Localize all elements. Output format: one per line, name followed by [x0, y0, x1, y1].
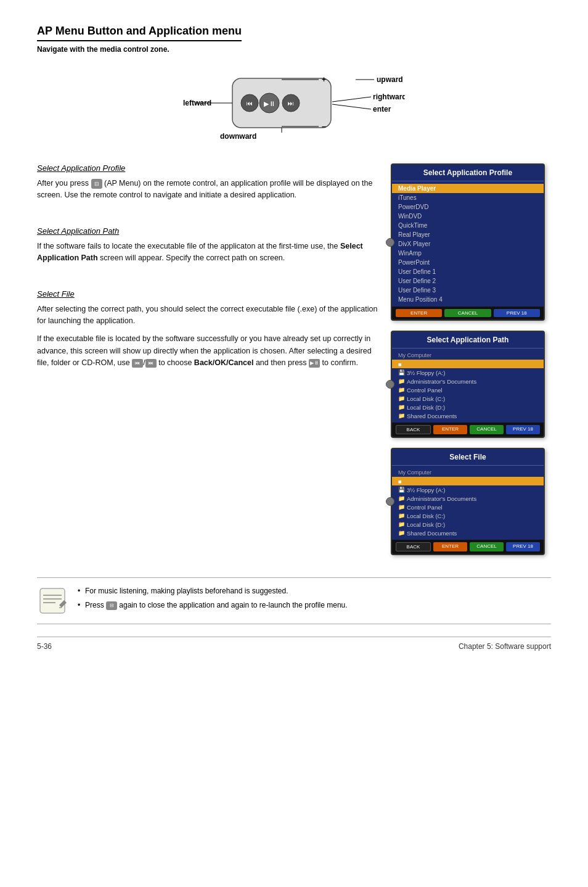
screen-item: QuickTime — [392, 221, 544, 230]
screen-file: Select File My Computer ■ 💾 3½ Floppy (A… — [391, 448, 545, 555]
screen-path-item: 📁 Administrator's Documents — [392, 377, 544, 386]
svg-text:–: – — [322, 122, 326, 131]
section-text-file-2: If the executable file is located by the… — [37, 333, 378, 369]
screen-wrapper-file: Select File My Computer ■ 💾 3½ Floppy (A… — [391, 448, 551, 555]
screen-path: Select Application Path My Computer ■ 💾 … — [391, 331, 545, 438]
screen-wrapper-profile: Select Application Profile Media Player … — [391, 163, 551, 321]
footer-btn-cancel: CANCEL — [444, 309, 491, 317]
note-box: For music listening, making playlists be… — [37, 577, 551, 624]
section-select-path: Select Application Path If the software … — [37, 226, 378, 265]
pencil-icon-svg — [37, 585, 68, 616]
note-item-2: Press ⊟ again to close the application a… — [78, 600, 551, 611]
screen-file-item: 📁 Shared Documents — [392, 529, 544, 537]
note-icon — [37, 585, 68, 616]
content-sections: Select Application Profile After you pre… — [37, 163, 551, 565]
screen-breadcrumb-file: My Computer — [392, 468, 544, 477]
screen-file-footer: BACK ENTER CANCEL PREV 18 — [392, 540, 544, 554]
screen-path-item: 📁 Local Disk (D:) — [392, 403, 544, 411]
footer-chapter-label: Chapter 5: Software support — [459, 642, 551, 651]
screen-path-title: Select Application Path — [392, 332, 544, 349]
section-select-profile: Select Application Profile After you pre… — [37, 163, 378, 202]
page-footer: 5-36 Chapter 5: Software support — [37, 637, 551, 651]
svg-text:▶⏸: ▶⏸ — [264, 100, 276, 107]
screen-file-item: 💾 3½ Floppy (A:) — [392, 485, 544, 494]
screen-path-item: 📁 Local Disk (C:) — [392, 394, 544, 403]
screen-path-item: 📁 Control Panel — [392, 386, 544, 394]
screen-profile-footer: ENTER CANCEL PREV 18 — [392, 307, 544, 320]
screen-item: WinAmp — [392, 249, 544, 258]
footer-btn-back: BACK — [396, 425, 431, 434]
screen-file-title: Select File — [392, 449, 544, 466]
nav-diagram: ⏮ ▶⏸ ⏭ + upward leftward rightward — [37, 66, 551, 146]
note-content: For music listening, making playlists be… — [78, 585, 551, 614]
svg-text:downward: downward — [220, 132, 256, 141]
screen-item: Media Player — [392, 184, 544, 193]
screen-path-item: 📁 Shared Documents — [392, 411, 544, 420]
screen-file-item: ■ — [392, 477, 544, 485]
svg-rect-21 — [40, 588, 65, 613]
section-text-profile: After you press ⊟ (AP Menu) on the remot… — [37, 178, 378, 202]
screen-file-item: 📁 Control Panel — [392, 503, 544, 511]
screen-profile: Select Application Profile Media Player … — [391, 163, 545, 321]
screen-file-item: 📁 Local Disk (D:) — [392, 520, 544, 529]
screen-path-list: My Computer ■ 💾 3½ Floppy (A:) 📁 Adminis… — [392, 349, 544, 423]
screen-path-item: 💾 3½ Floppy (A:) — [392, 368, 544, 377]
footer-btn-prev: PREV 18 — [506, 425, 540, 434]
dot-file — [386, 497, 394, 506]
right-column: Select Application Profile Media Player … — [391, 163, 551, 565]
bold-select-path: Select Application Path — [37, 242, 363, 262]
section-text-file-1: After selecting the correct path, you sh… — [37, 303, 378, 328]
screen-item: Menu Position 4 — [392, 295, 544, 304]
page-title: AP Menu Button and Application menu — [37, 25, 242, 41]
footer-btn-enter: ENTER — [433, 542, 467, 551]
footer-page-number: 5-36 — [37, 642, 52, 651]
screen-file-item: 📁 Administrator's Documents — [392, 494, 544, 503]
footer-btn-enter: ENTER — [396, 309, 442, 317]
bold-back-ok-cancel: Back/OK/Cancel — [194, 358, 254, 367]
svg-text:upward: upward — [377, 75, 403, 84]
dot-profile — [386, 238, 394, 247]
section-select-file: Select File After selecting the correct … — [37, 289, 378, 369]
screen-file-list: My Computer ■ 💾 3½ Floppy (A:) 📁 Adminis… — [392, 466, 544, 540]
section-title-profile: Select Application Profile — [37, 163, 378, 173]
nav-diagram-svg: ⏮ ▶⏸ ⏭ + upward leftward rightward — [183, 66, 405, 146]
section-title-path: Select Application Path — [37, 226, 378, 236]
screen-item: User Define 2 — [392, 276, 544, 286]
screen-path-item: ■ — [392, 360, 544, 368]
svg-text:rightward: rightward — [373, 93, 405, 101]
footer-btn-prev: PREV 18 — [494, 309, 540, 317]
footer-btn-cancel: CANCEL — [470, 425, 504, 434]
page-container: AP Menu Button and Application menu Navi… — [0, 0, 588, 675]
screen-breadcrumb-path: My Computer — [392, 351, 544, 360]
svg-text:+: + — [322, 75, 326, 84]
section-text-path: If the software fails to locate the exec… — [37, 241, 378, 265]
svg-text:leftward: leftward — [183, 99, 211, 107]
screen-profile-title: Select Application Profile — [392, 165, 544, 181]
svg-text:enter: enter — [373, 105, 391, 113]
svg-text:⏮: ⏮ — [247, 100, 253, 107]
svg-line-13 — [332, 97, 371, 102]
footer-btn-prev: PREV 18 — [506, 542, 540, 551]
screen-item: PowerDVD — [392, 202, 544, 212]
screen-item: WinDVD — [392, 212, 544, 221]
dot-path — [386, 380, 394, 389]
svg-text:⏭: ⏭ — [288, 100, 294, 107]
footer-btn-back: BACK — [396, 542, 431, 551]
footer-btn-cancel: CANCEL — [470, 542, 504, 551]
screen-item: DivX Player — [392, 239, 544, 249]
footer-btn-enter: ENTER — [433, 425, 467, 434]
screen-profile-list: Media Player iTunes PowerDVD WinDVD Quic… — [392, 181, 544, 307]
screen-item: iTunes — [392, 193, 544, 202]
screen-item: PowerPoint — [392, 258, 544, 267]
screen-item: User Define 3 — [392, 286, 544, 295]
left-column: Select Application Profile After you pre… — [37, 163, 378, 565]
section-title-file: Select File — [37, 289, 378, 299]
page-subtitle: Navigate with the media control zone. — [37, 45, 551, 54]
screen-path-footer: BACK ENTER CANCEL PREV 18 — [392, 423, 544, 437]
screen-item: User Define 1 — [392, 267, 544, 276]
screen-wrapper-path: Select Application Path My Computer ■ 💾 … — [391, 331, 551, 438]
svg-line-15 — [332, 104, 371, 109]
note-item-1: For music listening, making playlists be… — [78, 585, 551, 597]
screen-file-item: 📁 Local Disk (C:) — [392, 511, 544, 520]
screen-item: Real Player — [392, 230, 544, 239]
